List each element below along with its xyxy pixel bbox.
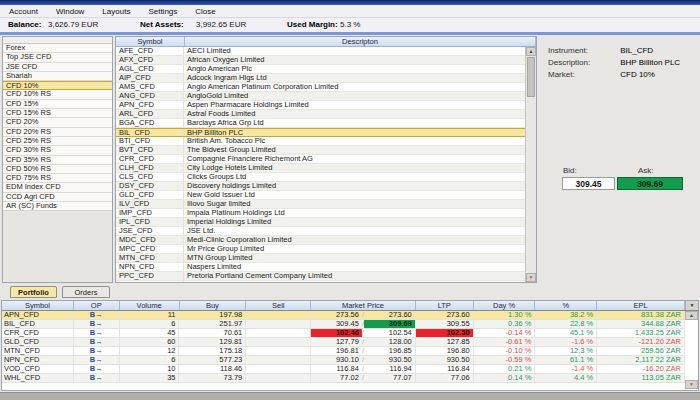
instrument-row-rdf_cfd[interactable]: RDF_CFDRedefine Income fund Limited: [116, 281, 525, 282]
instrument-row-gld_cfd[interactable]: GLD_CFDNew Gold Issuer Ltd: [116, 191, 525, 200]
column-header-market-price[interactable]: Market Price: [311, 301, 416, 310]
scroll-down-icon[interactable]: ▼: [685, 380, 698, 389]
column-options-icon[interactable]: ▼: [685, 301, 698, 310]
column-header-symbol[interactable]: Symbol: [116, 37, 185, 46]
tab-orders[interactable]: Orders: [62, 286, 110, 298]
market-group-item-cfd-20-rs[interactable]: CFD 20% RS: [3, 128, 112, 137]
portfolio-row-mtn_cfd[interactable]: MTN_CFDB→12175.18196.81/196.85196.80-0.1…: [2, 347, 685, 356]
portfolio-row-apn_cfd[interactable]: APN_CFDB→11197.98273.56/273.60273.601.30…: [2, 311, 685, 320]
column-header-epl[interactable]: EPL: [597, 301, 685, 310]
column-header-buy[interactable]: Buy: [180, 301, 247, 310]
column-header-day-[interactable]: Day %: [474, 301, 536, 310]
market-group-item-shariah[interactable]: Shariah: [3, 72, 112, 81]
market-group-item-cfd-35-rs[interactable]: CFD 35% RS: [3, 156, 112, 165]
instrument-row-cls_cfd[interactable]: CLS_CFDClicks Groups Ltd: [116, 173, 525, 182]
instrument-row-bvt_cfd[interactable]: BVT_CFDThe Bidvest Group Limited: [116, 146, 525, 155]
instruments-scrollbar[interactable]: ▲ ▼: [525, 47, 536, 282]
market-group-item-jse-cfd[interactable]: JSE CFD: [3, 63, 112, 72]
market-group-item-cfd-15-rs[interactable]: CFD 15% RS: [3, 109, 112, 118]
menu-item-settings[interactable]: Settings: [139, 5, 186, 18]
portfolio-row-gld_cfd[interactable]: GLD_CFDB→60129.81127.79/128.00127.85-0.6…: [2, 338, 685, 347]
instrument-symbol: BTI_CFD: [116, 137, 184, 145]
instrument-row-npn_cfd[interactable]: NPN_CFDNaspers Limited: [116, 263, 525, 272]
instrument-symbol: NPN_CFD: [116, 263, 184, 271]
instrument-row-cfr_cfd[interactable]: CFR_CFDCompagnie Financiere Richemont AG: [116, 155, 525, 164]
position-op: B→: [74, 365, 120, 373]
instrument-row-afx_cfd[interactable]: AFX_CFDAfrican Oxygen Limited: [116, 56, 525, 65]
tab-portfolio[interactable]: Portfolio: [10, 286, 57, 298]
menu-item-close[interactable]: Close: [186, 5, 224, 18]
column-header-description[interactable]: Descripton: [185, 37, 536, 46]
menu-item-layouts[interactable]: Layouts: [93, 5, 139, 18]
instrument-row-arl_cfd[interactable]: ARL_CFDAstral Foods Limited: [116, 110, 525, 119]
instrument-description: Discovery holdings Limited: [184, 182, 525, 190]
portfolio-row-bil_cfd[interactable]: BIL_CFDB→6251.97309.45/309.69309.550.36 …: [2, 320, 685, 329]
market-group-item-cfd-30-rs[interactable]: CFD 30% RS: [3, 146, 112, 155]
market-group-item-cfd-10-rs[interactable]: CFD 10% RS: [3, 90, 112, 99]
market-group-item-cfd-25-rs[interactable]: CFD 25% RS: [3, 137, 112, 146]
scrollbar-thumb[interactable]: [527, 57, 535, 97]
position-market-price: 273.56/273.60: [311, 311, 416, 319]
instrument-symbol: ARL_CFD: [116, 110, 184, 118]
position-op: B→: [74, 347, 120, 355]
balance-value: 3,626.79 EUR: [48, 18, 98, 32]
column-header-ltp[interactable]: LTP: [416, 301, 474, 310]
instrument-row-dsy_cfd[interactable]: DSY_CFDDiscovery holdings Limited: [116, 182, 525, 191]
instrument-row-mtn_cfd[interactable]: MTN_CFDMTN Group Limited: [116, 254, 525, 263]
scroll-down-icon[interactable]: ▼: [526, 273, 536, 282]
market-group-item-cfd-20-[interactable]: CFD 20%: [3, 118, 112, 127]
market-group-item-cfd-50-rs[interactable]: CFD 50% RS: [3, 165, 112, 174]
market-group-item-ar-sc-funds[interactable]: AR (SC) Funds: [3, 202, 112, 211]
menu-item-account[interactable]: Account: [0, 5, 47, 18]
instrument-row: Instrument: BIL_CFD: [548, 46, 653, 55]
instrument-row-aip_cfd[interactable]: AIP_CFDAdcock Ingram Hlgs Ltd: [116, 74, 525, 83]
market-group-item-top-jse-cfd[interactable]: Top JSE CFD: [3, 53, 112, 62]
instrument-row-ipl_cfd[interactable]: IPL_CFDImperial Holdings Limited: [116, 218, 525, 227]
column-header-sell[interactable]: Sell: [246, 301, 311, 310]
menu-item-window[interactable]: Window: [47, 5, 93, 18]
market-group-item-cfd-75-rs[interactable]: CFD 75% RS: [3, 174, 112, 183]
instrument-row-ppc_cfd[interactable]: PPC_CFDPretoria Portland Cement Company …: [116, 272, 525, 281]
market-group-item-ccd-agri-cfd[interactable]: CCD Agri CFD: [3, 193, 112, 202]
bid-button[interactable]: 309.45: [562, 177, 615, 190]
net-assets-label: Net Assets:: [140, 18, 184, 32]
bid-label: Bid:: [563, 166, 577, 175]
instrument-row-apn_cfd[interactable]: APN_CFDAspen Pharmacare Holdings Limited: [116, 101, 525, 110]
instrument-row-mdc_cfd[interactable]: MDC_CFDMedi-Clinic Corporation Limited: [116, 236, 525, 245]
ask-button[interactable]: 309.69: [617, 177, 683, 190]
market-bid: 930.10: [311, 356, 362, 364]
market-group-item-edm-index-cfd[interactable]: EDM Index CFD: [3, 183, 112, 192]
instrument-description: City Lodge Hotels Limited: [184, 164, 525, 172]
portfolio-row-whl_cfd[interactable]: WHL_CFDB→3573.7977.02/77.0777.060.14 %4.…: [2, 374, 685, 383]
instrument-row-agl_cfd[interactable]: AGL_CFDAnglo American Plc: [116, 65, 525, 74]
instrument-row-mpc_cfd[interactable]: MPC_CFDMr Price Group Limited: [116, 245, 525, 254]
instrument-row-ilv_cfd[interactable]: ILV_CFDIllovo Sugar limited: [116, 200, 525, 209]
scroll-up-icon[interactable]: ▲: [526, 47, 536, 56]
market-group-item-forex[interactable]: Forex: [3, 44, 112, 53]
instrument-row-clh_cfd[interactable]: CLH_CFDCity Lodge Hotels Limited: [116, 164, 525, 173]
column-header-op[interactable]: OP: [74, 301, 120, 310]
column-header-symbol[interactable]: Symbol: [2, 301, 74, 310]
market-group-item-cfd-15-[interactable]: CFD 15%: [3, 100, 112, 109]
market-ask: 196.85: [364, 347, 415, 355]
market-group-item-cfd-10-[interactable]: CFD 10%: [3, 81, 112, 90]
scroll-up-icon[interactable]: ▲: [685, 311, 698, 320]
position-percent: 22.8 %: [535, 320, 597, 328]
portfolio-row-vod_cfd[interactable]: VOD_CFDB→10118.46116.84/116.94116.840.21…: [2, 365, 685, 374]
instrument-row-bil_cfd[interactable]: BIL_CFDBHP Billiton PLC: [116, 128, 525, 137]
instrument-row-ang_cfd[interactable]: ANG_CFDAngloGold Limited: [116, 92, 525, 101]
instrument-row-bga_cfd[interactable]: BGA_CFDBarclays Africa Grp Ltd: [116, 119, 525, 128]
portfolio-row-npn_cfd[interactable]: NPN_CFDB→6577.23930.10/930.50930.50-0.59…: [2, 356, 685, 365]
instrument-label: Instrument:: [548, 46, 618, 55]
portfolio-row-cfr_cfd[interactable]: CFR_CFDB→4570.61102.46/102.54102.50-0.14…: [2, 329, 685, 338]
instrument-description: JSE Ltd.: [184, 227, 525, 235]
instrument-row-jse_cfd[interactable]: JSE_CFDJSE Ltd.: [116, 227, 525, 236]
column-header-volume[interactable]: Volume: [120, 301, 180, 310]
market-bid: 127.79: [311, 338, 362, 346]
instrument-row-afe_cfd[interactable]: AFE_CFDAECI Limited: [116, 47, 525, 56]
instrument-row-imp_cfd[interactable]: IMP_CFDImpala Platinum Holdings Ltd: [116, 209, 525, 218]
instrument-row-bti_cfd[interactable]: BTI_CFDBritish Am. Tobacco Plc: [116, 137, 525, 146]
portfolio-scrollbar[interactable]: ▲ ▼: [685, 311, 698, 390]
column-header--[interactable]: %: [535, 301, 597, 310]
instrument-row-ams_cfd[interactable]: AMS_CFDAnglo American Platinum Corporati…: [116, 83, 525, 92]
